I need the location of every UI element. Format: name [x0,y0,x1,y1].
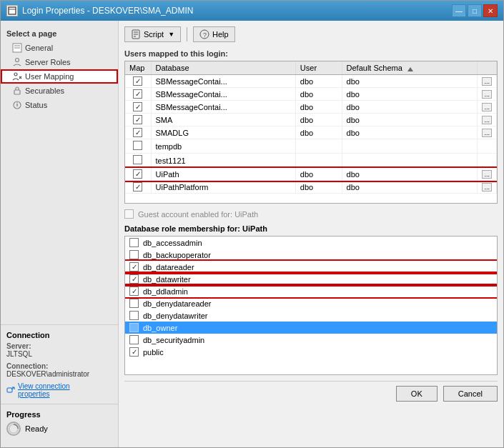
row-checkbox[interactable] [133,102,142,111]
table-row[interactable]: SBMessageContai...dbodbo... [125,75,497,88]
row-action[interactable] [478,139,497,154]
cancel-button[interactable]: Cancel [443,386,498,402]
table-row[interactable]: SMAdbodbo... [125,114,497,126]
col-schema[interactable]: Default Schema [342,61,478,75]
table-row[interactable]: test1121 [125,154,497,168]
role-label: public [143,348,164,357]
row-action[interactable]: ... [478,126,497,139]
row-user: dbo [295,181,342,194]
row-schema: dbo [342,114,478,126]
table-row[interactable]: UiPathdbodbo... [125,168,497,181]
role-checkbox[interactable] [129,274,139,284]
script-button[interactable]: Script ▼ [124,26,181,42]
role-label: db_datawriter [143,275,191,284]
sidebar-section-title: Select a page [1,26,118,41]
col-map: Map [125,61,151,75]
db-role-item[interactable]: db_backupoperator [125,249,497,261]
securables-icon [12,86,22,96]
minimize-button[interactable]: — [452,4,466,17]
help-label: Help [212,30,229,39]
db-roles-container[interactable]: db_accessadmindb_backupoperatordb_datare… [124,236,498,375]
row-database: SMA [151,114,295,126]
row-action[interactable]: ... [478,88,497,101]
main-content: Select a page General Server Roles User … [1,21,503,447]
guest-account-checkbox[interactable] [124,209,134,219]
row-action[interactable]: ... [478,75,497,88]
sidebar-item-general[interactable]: General [1,41,118,55]
table-row[interactable]: SBMessageContai...dbodbo... [125,101,497,114]
window-title: Login Properties - DESKOVER\SMA_ADMIN [22,6,193,16]
main-window: Login Properties - DESKOVER\SMA_ADMIN — … [0,0,504,448]
sort-icon [407,66,413,71]
view-connection-text: View connection properties [18,382,70,398]
db-roles-label: Database role membership for: UiPath [124,224,498,233]
script-dropdown-arrow[interactable]: ▼ [168,31,174,38]
row-database: SBMessageContai... [151,101,295,114]
view-connection-link[interactable]: View connection properties [6,382,112,398]
role-checkbox[interactable] [129,311,139,320]
users-table-container[interactable]: Map Database User Default Schema SBMessa… [124,61,498,204]
row-action[interactable]: ... [478,168,497,181]
role-checkbox[interactable] [129,250,139,259]
close-button[interactable]: ✕ [483,4,498,17]
col-user[interactable]: User [295,61,342,75]
maximize-button[interactable]: □ [468,4,482,17]
col-database[interactable]: Database [151,61,295,75]
row-action[interactable]: ... [478,181,497,194]
role-checkbox[interactable] [129,323,139,332]
progress-spinner [6,422,21,436]
row-database: SBMessageContai... [151,88,295,101]
db-role-item[interactable]: public [125,346,497,358]
row-checkbox[interactable] [133,76,142,86]
sidebar-item-securables[interactable]: Securables [1,84,118,98]
sidebar-item-server-roles[interactable]: Server Roles [1,55,118,69]
role-checkbox[interactable] [129,299,139,308]
role-label: db_datareader [143,263,194,272]
connection-label: Connection: [6,362,112,370]
db-role-item[interactable]: db_securityadmin [125,334,497,346]
db-role-item[interactable]: db_accessadmin [125,237,497,249]
role-checkbox[interactable] [129,347,139,357]
row-checkbox[interactable] [133,89,142,99]
table-row[interactable]: SMADLGdbodbo... [125,126,497,139]
row-schema [342,154,478,168]
right-panel: Script ▼ ? Help Users mapped to this log… [119,21,503,447]
role-checkbox[interactable] [129,262,139,272]
db-role-item[interactable]: db_datawriter [125,273,497,285]
user-mapping-icon [12,71,22,81]
role-checkbox[interactable] [129,335,139,344]
table-row[interactable]: SBMessageContai...dbodbo... [125,88,497,101]
ok-button[interactable]: OK [396,386,438,402]
row-checkbox[interactable] [133,155,142,164]
row-action[interactable]: ... [478,101,497,114]
svg-rect-11 [7,388,12,392]
window-icon [6,5,18,16]
svg-point-10 [16,102,17,103]
db-role-item[interactable]: db_ddladmin [125,285,497,297]
db-role-item[interactable]: db_datareader [125,261,497,273]
role-checkbox[interactable] [129,238,139,247]
row-checkbox[interactable] [133,182,142,191]
users-section-label: Users mapped to this login: [124,49,498,58]
help-button[interactable]: ? Help [193,26,235,42]
title-buttons: — □ ✕ [452,4,498,17]
row-checkbox[interactable] [133,128,142,137]
sidebar-item-user-mapping[interactable]: User Mapping [1,69,118,84]
row-action[interactable]: ... [478,114,497,126]
help-icon: ? [199,29,209,39]
row-database: tempdb [151,139,295,154]
row-checkbox[interactable] [133,169,142,179]
db-role-item[interactable]: db_denydatareader [125,297,497,309]
row-checkbox[interactable] [133,141,142,150]
db-role-item[interactable]: db_owner [125,322,497,334]
row-action[interactable] [478,154,497,168]
sidebar-item-status[interactable]: Status [1,98,118,112]
row-user [295,139,342,154]
table-row[interactable]: UiPathPlatformdbodbo... [125,181,497,194]
connection-title: Connection [6,331,112,339]
svg-rect-0 [9,7,16,14]
table-row[interactable]: tempdb [125,139,497,154]
row-checkbox[interactable] [133,115,142,124]
db-role-item[interactable]: db_denydatawriter [125,309,497,322]
role-checkbox[interactable] [129,287,139,296]
